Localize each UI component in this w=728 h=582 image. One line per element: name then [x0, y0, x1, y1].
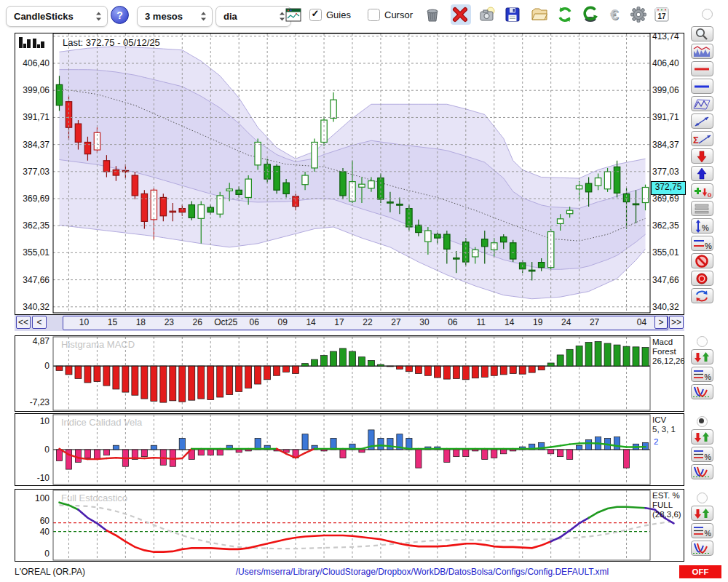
- save-button[interactable]: [503, 4, 523, 25]
- price-axis-label-right: 369,69: [652, 194, 684, 204]
- date-tick-label: 14: [497, 317, 522, 327]
- price-axis-label-right: 406,40: [652, 58, 684, 68]
- icv-axis-label: -10: [16, 473, 50, 483]
- main-chart-panel: [15, 33, 684, 315]
- stochastic-params-label: EST. % FULL (28,3,6): [652, 491, 686, 519]
- zigzag-tool-button[interactable]: [691, 96, 713, 111]
- price-axis-label-left: 362,35: [16, 220, 50, 231]
- range-percent-tool-button[interactable]: %: [691, 218, 713, 234]
- sync-icon: [581, 5, 600, 24]
- svg-text:Σ: Σ: [693, 135, 699, 146]
- stochastic-curves-button[interactable]: [691, 541, 713, 556]
- off-status-badge[interactable]: OFF: [679, 565, 721, 578]
- nav-first-button[interactable]: <<: [16, 316, 31, 329]
- chart-type-value: CandleSticks: [14, 11, 74, 22]
- price-axis-label-left: 347,66: [16, 275, 50, 285]
- curves-icon: [692, 385, 712, 399]
- price-axis-label-right: 340,32: [652, 302, 684, 312]
- refresh-icon: [555, 5, 574, 24]
- guies-checkbox[interactable]: [309, 9, 322, 21]
- stochastic-radio[interactable]: [697, 493, 708, 503]
- record-tool-button[interactable]: [691, 271, 713, 286]
- sum-trendline-icon: Σ: [692, 132, 712, 146]
- gear-icon: [629, 5, 648, 24]
- stochastic-lines-percent-button[interactable]: %: [691, 523, 713, 538]
- icv-lines-percent-button[interactable]: %: [691, 447, 713, 462]
- list-lines-icon: [692, 202, 712, 216]
- price-axis-label-right: 347,66: [652, 275, 684, 285]
- nav-prev-button[interactable]: <: [32, 316, 47, 329]
- red-arrow-down-icon: [692, 149, 712, 164]
- disable-tool-button[interactable]: [691, 253, 713, 268]
- macd-arrows-button[interactable]: [691, 349, 713, 364]
- date-tick-label: 04: [630, 317, 654, 327]
- date-tick-label: 23: [157, 317, 181, 327]
- arrows-updown-icon: [692, 430, 712, 445]
- icv-params-label: ICV 5, 3, 1: [652, 415, 684, 434]
- interval-select[interactable]: dia: [215, 6, 291, 27]
- help-button[interactable]: ?: [111, 6, 129, 24]
- period-select[interactable]: 3 mesos: [137, 6, 213, 27]
- chart-type-select[interactable]: CandleSticks: [6, 6, 108, 27]
- trash-button[interactable]: [423, 4, 443, 25]
- main-chart-radio[interactable]: [702, 9, 713, 20]
- levels-list-tool-button[interactable]: [691, 201, 713, 216]
- icv-arrows-button[interactable]: [691, 429, 713, 445]
- histogram-style-icon: [19, 36, 48, 50]
- macd-axis-label: 4,87: [16, 336, 50, 346]
- price-axis-label-right: 355,01: [652, 247, 684, 258]
- nav-next-button[interactable]: >: [654, 316, 668, 329]
- sell-arrow-tool-button[interactable]: [691, 148, 713, 164]
- date-tick-label: 10: [71, 317, 96, 327]
- nav-last-button[interactable]: >>: [669, 316, 684, 329]
- settings-button[interactable]: [629, 4, 649, 25]
- zigzag-icon: [692, 97, 712, 111]
- price-axis-label-right: 391,71: [652, 112, 684, 122]
- guies-label: Guies: [326, 9, 351, 20]
- svg-text:%: %: [705, 529, 711, 538]
- macd-params-label: Macd Forest 26,12,26: [652, 338, 684, 366]
- snapshot-button[interactable]: [478, 4, 498, 25]
- icv-curves-button[interactable]: [691, 464, 713, 479]
- macd-curves-button[interactable]: [691, 384, 713, 399]
- euro-icon: € €: [605, 5, 624, 24]
- date-axis[interactable]: 1015182326Oct250609141722273006111419242…: [63, 316, 668, 330]
- svg-text:%: %: [702, 223, 709, 232]
- price-axis-label-left: 369,69: [16, 194, 50, 204]
- blue-line-tool-button[interactable]: [691, 79, 713, 94]
- reload-tool-button[interactable]: [691, 288, 713, 303]
- date-tick-label: 26: [185, 317, 210, 327]
- price-axis-label-right: 384,37: [652, 140, 684, 150]
- red-line-tool-button[interactable]: [691, 61, 713, 76]
- delete-button[interactable]: [451, 4, 471, 25]
- time-nav-strip: << < 1015182326Oct2506091417222730061114…: [15, 315, 684, 331]
- sync-button[interactable]: [581, 4, 601, 25]
- zoom-tool-button[interactable]: [691, 26, 713, 41]
- arrows-updown-icon: [692, 506, 712, 521]
- date-tick-label: 19: [526, 317, 550, 327]
- calendar-button[interactable]: 17: [652, 4, 673, 25]
- open-button[interactable]: [530, 4, 550, 25]
- macd-lines-percent-button[interactable]: %: [691, 367, 713, 382]
- add-marker-icon: [692, 184, 712, 199]
- price-axis-label-right: 413,74: [652, 31, 684, 41]
- currency-button[interactable]: € €: [605, 4, 625, 25]
- icv-radio[interactable]: [697, 416, 708, 427]
- sum-trendline-tool-button[interactable]: Σ: [691, 131, 713, 146]
- cursor-checkbox[interactable]: [368, 9, 380, 21]
- blue-hline-icon: [692, 79, 712, 94]
- trendline-tool-button[interactable]: [691, 113, 713, 129]
- refresh-button[interactable]: [555, 4, 576, 25]
- stochastic-arrows-button[interactable]: [691, 506, 713, 521]
- chart-window-button[interactable]: [285, 7, 303, 23]
- indicator-tool-button[interactable]: [691, 44, 713, 59]
- vertical-percent-icon: %: [692, 219, 712, 234]
- buy-arrow-tool-button[interactable]: [691, 166, 713, 181]
- svg-text:17: 17: [657, 12, 666, 20]
- macd-radio[interactable]: [697, 336, 708, 347]
- lines-percent-tool-button[interactable]: %: [691, 236, 713, 251]
- stochastic-axis-label: 60: [16, 516, 50, 526]
- add-marker-tool-button[interactable]: [691, 183, 713, 199]
- icv-panel-controls: %: [687, 416, 716, 479]
- lines-percent-icon: %: [692, 367, 712, 382]
